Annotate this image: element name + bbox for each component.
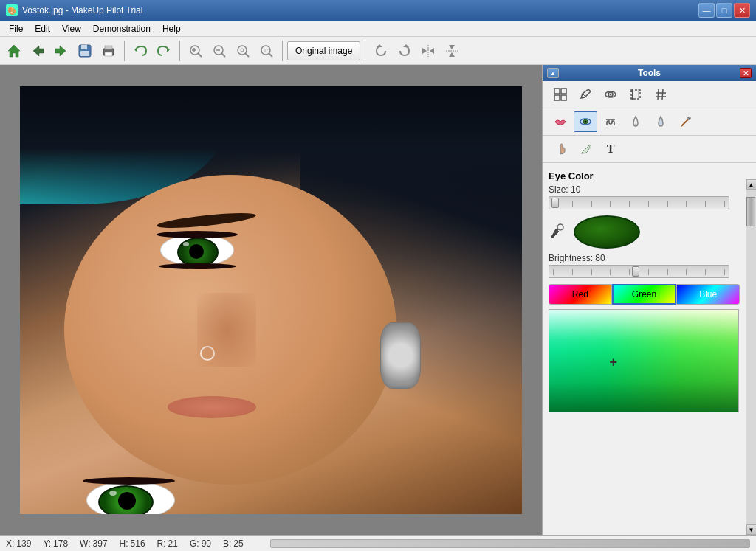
toolbar-zoom-100-button[interactable]: 1:1 [255, 40, 278, 62]
title-bar: 🎨 Vostok.jpg - MakeUp Pilot Trial — □ ✕ [0, 0, 756, 21]
tick [610, 201, 611, 207]
tool-grid-button[interactable] [549, 84, 572, 105]
toolbar-rotate-ccw-button[interactable] [370, 40, 392, 62]
svg-point-19 [241, 49, 244, 52]
channel-buttons: Red Green Blue [549, 284, 740, 305]
tool-hash-button[interactable] [649, 84, 673, 105]
eye-left-pupil [189, 244, 204, 259]
eyelash-lower [159, 263, 236, 269]
svg-point-50 [585, 121, 587, 123]
toolbar-print-button[interactable] [97, 40, 120, 62]
eye-right-pupil [118, 492, 136, 510]
toolbar-separator-1 [124, 41, 125, 61]
tool-text-button[interactable]: T [599, 139, 622, 159]
x-label: X: [6, 538, 14, 549]
tools-close-button[interactable]: ✕ [740, 68, 752, 78]
svg-line-44 [658, 89, 659, 100]
tools-up-arrow[interactable]: ▲ [547, 68, 559, 78]
menu-bar: File Edit View Demonstration Help [0, 21, 756, 37]
color-oval [574, 215, 640, 249]
blue-channel-button[interactable]: Blue [676, 284, 740, 305]
toolbar-zoom-out-button[interactable] [208, 40, 230, 62]
toolbar-zoom-in-button[interactable] [185, 40, 207, 62]
tick [629, 201, 630, 207]
tick [591, 201, 592, 207]
size-slider-thumb[interactable] [551, 198, 559, 208]
tool-pencil-button[interactable] [574, 84, 597, 105]
eyelash-upper [157, 231, 238, 238]
image-area[interactable] [0, 65, 542, 535]
toolbar-separator-2 [179, 41, 180, 61]
status-w: W: 397 [80, 538, 107, 549]
image-canvas [20, 86, 522, 514]
tools-body: Eye Color Size: 10 [543, 163, 756, 535]
maximize-button[interactable]: □ [716, 3, 732, 18]
tick [705, 269, 706, 275]
tick [724, 269, 725, 275]
toolbar-home-button[interactable] [3, 40, 25, 62]
tool-drop1-button[interactable] [624, 111, 647, 132]
toolbar-undo-button[interactable] [129, 40, 151, 62]
status-y: Y: 178 [43, 538, 68, 549]
brightness-slider-track[interactable] [549, 265, 729, 278]
tool-finger-button[interactable] [549, 139, 572, 159]
eyedropper-button[interactable] [549, 223, 565, 241]
tool-eye-button[interactable] [599, 84, 622, 105]
svg-marker-30 [449, 45, 455, 49]
close-button[interactable]: ✕ [734, 3, 750, 18]
toolbar-rotate-cw-button[interactable] [394, 40, 416, 62]
status-bar: X: 139 Y: 178 W: 397 H: 516 R: 21 G: 90 … [0, 535, 756, 551]
menu-help[interactable]: Help [157, 22, 187, 35]
toolbar-zoom-fit-button[interactable] [232, 40, 254, 62]
toolbar-forward-button[interactable] [50, 40, 72, 62]
svg-line-20 [245, 53, 249, 57]
tools-scrollbar: ▲ ▼ [746, 179, 756, 535]
tick [591, 269, 592, 275]
tick [629, 269, 630, 275]
menu-demonstration[interactable]: Demonstration [87, 22, 157, 35]
toolbar-redo-button[interactable] [153, 40, 175, 62]
menu-file[interactable]: File [3, 22, 29, 35]
menu-view[interactable]: View [56, 22, 87, 35]
main-content: ▲ Tools ✕ [0, 65, 756, 535]
scroll-thumb[interactable] [746, 197, 755, 226]
lips [168, 396, 256, 418]
toolbar-save-button[interactable] [74, 40, 96, 62]
scroll-down-arrow[interactable]: ▼ [746, 524, 757, 535]
tool-crop-button[interactable] [624, 84, 647, 105]
tool-wand-button[interactable] [674, 111, 698, 132]
svg-rect-35 [561, 95, 566, 100]
brightness-slider-container [549, 265, 740, 278]
minimize-button[interactable]: — [698, 3, 715, 18]
toolbar-flip-h-button[interactable] [417, 40, 439, 62]
tool-feather-button[interactable] [574, 139, 597, 159]
original-image-button[interactable]: Original image [287, 41, 360, 60]
color-picker-area[interactable]: + [549, 309, 739, 412]
toolbar-flip-v-button[interactable] [441, 40, 463, 62]
tick [572, 201, 573, 207]
h-value: 516 [131, 538, 145, 549]
toolbar-separator-3 [282, 41, 283, 61]
face-image [20, 86, 522, 514]
tool-eye-color-button[interactable] [574, 111, 597, 132]
tool-brush-button[interactable] [599, 111, 622, 132]
title-bar-left: 🎨 Vostok.jpg - MakeUp Pilot Trial [6, 4, 142, 16]
window-title: Vostok.jpg - MakeUp Pilot Trial [22, 5, 142, 15]
scroll-up-arrow[interactable]: ▲ [746, 179, 757, 190]
brightness-slider-thumb[interactable] [632, 266, 639, 277]
g-value: 90 [202, 538, 211, 549]
svg-rect-7 [105, 46, 112, 49]
menu-edit[interactable]: Edit [29, 22, 56, 35]
text-icon: T [607, 142, 615, 156]
tick [648, 269, 649, 275]
scroll-thumb-area[interactable] [746, 190, 756, 524]
green-channel-button[interactable]: Green [612, 284, 677, 305]
red-channel-button[interactable]: Red [549, 284, 612, 305]
tick [610, 269, 611, 275]
tool-drop2-button[interactable] [649, 111, 673, 132]
toolbar-back-button[interactable] [27, 40, 49, 62]
tool-lips-button[interactable] [549, 111, 572, 132]
size-slider-track[interactable] [549, 196, 729, 209]
w-value: 397 [93, 538, 108, 549]
toolbar-separator-4 [365, 41, 365, 61]
